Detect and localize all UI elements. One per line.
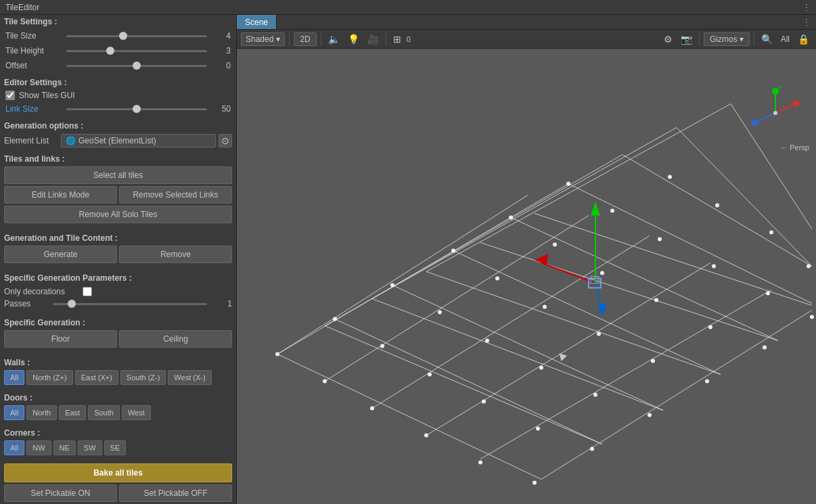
scene-panel: Scene ⋮ Shaded ▾ 2D 🔈 💡 🎥 ⊞ 0 ⚙ 📷 — [237, 15, 816, 504]
door-east-btn[interactable]: East — [59, 405, 86, 420]
svg-point-32 — [380, 344, 384, 348]
svg-line-79 — [756, 113, 775, 122]
set-pickable-on-btn[interactable]: Set Pickable ON — [4, 484, 117, 502]
specific-gen-header: Specific Generation : — [4, 318, 232, 327]
2d-btn[interactable]: 2D — [294, 32, 316, 46]
scene-tab[interactable]: Scene — [237, 15, 277, 29]
svg-point-60 — [590, 447, 594, 451]
link-size-row: Link Size 50 — [0, 101, 236, 116]
element-list-reset-btn[interactable]: ⊙ — [219, 134, 232, 147]
remove-btn[interactable]: Remove — [119, 246, 232, 263]
toolbar-camera-icon[interactable]: 📷 — [678, 32, 695, 46]
show-tiles-gui-checkbox[interactable] — [5, 91, 15, 100]
corner-sw-btn[interactable]: SW — [78, 440, 102, 455]
svg-text:Y: Y — [777, 86, 781, 91]
link-size-slider-container — [66, 108, 207, 110]
tile-height-slider-container — [66, 50, 207, 52]
all-label: All — [778, 35, 792, 44]
scene-tab-dots[interactable]: ⋮ — [797, 15, 816, 29]
tile-height-slider[interactable] — [66, 50, 207, 52]
offset-slider[interactable] — [66, 65, 207, 67]
svg-point-50 — [712, 265, 716, 269]
wall-all-btn[interactable]: All — [4, 370, 24, 385]
door-west-btn[interactable]: West — [122, 405, 151, 420]
svg-point-38 — [370, 407, 374, 411]
wall-west-btn[interactable]: West (X-) — [168, 370, 211, 385]
shaded-dropdown[interactable]: Shaded ▾ — [241, 32, 285, 46]
link-size-label: Link Size — [5, 104, 66, 114]
element-list-row: Element List 🌐 GeoSet (ElementList) ⊙ — [0, 133, 236, 149]
svg-text:Z: Z — [750, 119, 754, 126]
svg-point-33 — [438, 311, 442, 315]
wall-south-btn[interactable]: South (Z-) — [120, 370, 166, 385]
tile-size-label: Tile Size — [5, 31, 66, 41]
toolbar-settings-icon[interactable]: ⚙ — [661, 32, 675, 46]
svg-point-41 — [543, 305, 547, 309]
svg-point-45 — [424, 434, 428, 438]
specific-params-header: Specific Generation Parameters : — [4, 273, 232, 283]
svg-point-44 — [715, 204, 719, 208]
gen-btns-row: Generate Remove — [4, 246, 232, 263]
grid-view — [237, 49, 816, 504]
camera-icon-btn[interactable]: 🎥 — [365, 32, 382, 46]
edit-links-mode-btn[interactable]: Edit Links Mode — [4, 186, 117, 204]
floor-btn[interactable]: Floor — [4, 330, 117, 348]
element-list-value[interactable]: 🌐 GeoSet (ElementList) — [61, 134, 216, 147]
scene-viewport: Y X Z ← Persp — [237, 49, 816, 504]
top-bar-menu-icon[interactable]: ⋮ — [797, 3, 816, 12]
select-all-tiles-btn[interactable]: Select all tiles — [4, 166, 232, 184]
search-icon-btn[interactable]: 🔍 — [758, 32, 775, 46]
svg-point-43 — [658, 237, 662, 242]
corner-nw-btn[interactable]: NW — [26, 440, 51, 455]
corner-ne-btn[interactable]: NE — [53, 440, 76, 455]
remove-all-solo-tiles-btn[interactable]: Remove All Solo Tiles — [4, 206, 232, 223]
layer-icon-btn[interactable]: ⊞ — [390, 32, 404, 46]
svg-point-52 — [478, 461, 482, 465]
svg-point-51 — [769, 231, 773, 235]
door-all-btn[interactable]: All — [4, 405, 24, 420]
layer-count: 0 — [407, 35, 411, 43]
walls-header: Walls : — [4, 358, 232, 367]
toolbar-right: ⚙ 📷 Gizmos ▾ 🔍 All 🔒 — [661, 32, 812, 46]
svg-point-25 — [275, 352, 279, 357]
door-south-btn[interactable]: South — [88, 405, 120, 420]
scene-tab-bar: Scene ⋮ — [237, 15, 816, 30]
wall-north-btn[interactable]: North (Z+) — [26, 370, 72, 385]
generation-options-section: Generation options : — [0, 119, 236, 133]
gizmos-btn[interactable]: Gizmos ▾ — [704, 32, 750, 46]
passes-slider[interactable] — [53, 303, 207, 305]
remove-selected-links-btn[interactable]: Remove Selected Links — [119, 186, 232, 204]
corners-btns-row: All NW NE SW SE — [4, 440, 232, 455]
lock-icon-btn[interactable]: 🔒 — [795, 32, 812, 46]
show-tiles-gui-row: Show Tiles GUI — [0, 89, 236, 101]
toolbar-sep-1 — [289, 32, 290, 46]
svg-point-53 — [536, 427, 540, 431]
wall-east-btn[interactable]: East (X+) — [75, 370, 118, 385]
tiles-links-header: Tiles and links : — [4, 154, 232, 164]
element-list-text: GeoSet (ElementList) — [78, 136, 156, 145]
light-icon-btn[interactable]: 💡 — [345, 32, 362, 46]
toolbar-sep-2 — [321, 32, 321, 46]
svg-point-26 — [333, 317, 337, 321]
generate-btn[interactable]: Generate — [4, 246, 117, 263]
bake-all-tiles-btn[interactable]: Bake all tiles — [4, 463, 232, 482]
corner-all-btn[interactable]: All — [4, 440, 24, 455]
tile-size-slider[interactable] — [66, 35, 207, 37]
set-pickable-off-btn[interactable]: Set Pickable OFF — [119, 484, 232, 502]
door-north-btn[interactable]: North — [26, 405, 57, 420]
floor-ceiling-row: Floor Ceiling — [4, 330, 232, 348]
audio-icon-btn[interactable]: 🔈 — [325, 32, 342, 46]
corners-header: Corners : — [4, 428, 232, 438]
toolbar-sep-5 — [754, 32, 754, 46]
link-size-slider[interactable] — [66, 108, 207, 110]
walls-btns-row: All North (Z+) East (X+) South (Z-) West… — [4, 370, 232, 385]
persp-label: ← Persp — [780, 143, 809, 152]
gen-section: Generation and Tile Content : Generate R… — [0, 231, 236, 268]
pickable-row: Set Pickable ON Set Pickable OFF — [4, 484, 232, 502]
toolbar-sep-3 — [386, 32, 386, 46]
corner-se-btn[interactable]: SE — [104, 440, 127, 455]
tile-height-row: Tile Height 3 — [0, 43, 236, 58]
generation-options-header: Generation options : — [4, 121, 83, 131]
only-decorations-checkbox[interactable] — [83, 287, 92, 296]
ceiling-btn[interactable]: Ceiling — [119, 330, 232, 348]
